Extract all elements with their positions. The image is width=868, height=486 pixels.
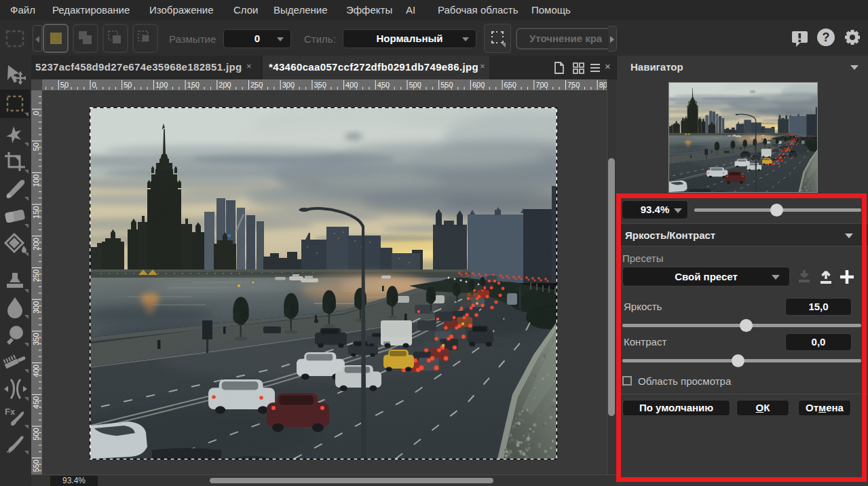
- svg-text:50: 50: [60, 81, 69, 89]
- svg-text:500: 500: [409, 81, 421, 89]
- svg-text:?: ?: [823, 31, 830, 44]
- svg-text:400: 400: [345, 81, 358, 89]
- svg-text:250: 250: [32, 269, 40, 282]
- svg-text:350: 350: [314, 81, 326, 89]
- svg-text:200: 200: [32, 238, 40, 250]
- svg-text:0: 0: [32, 111, 40, 115]
- svg-text:0: 0: [92, 81, 96, 89]
- svg-text:500: 500: [32, 428, 40, 441]
- svg-text:450: 450: [377, 81, 390, 89]
- svg-text:400: 400: [32, 364, 40, 377]
- svg-text:300: 300: [32, 301, 40, 314]
- svg-text:50: 50: [32, 143, 40, 151]
- svg-text:100: 100: [155, 81, 168, 89]
- svg-text:150: 150: [32, 206, 40, 219]
- svg-text:800: 800: [599, 81, 607, 89]
- svg-text:350: 350: [32, 333, 40, 345]
- svg-text:450: 450: [32, 396, 40, 409]
- svg-text:650: 650: [504, 81, 516, 89]
- svg-text:100: 100: [32, 174, 40, 187]
- svg-text:200: 200: [219, 81, 231, 89]
- svg-text:250: 250: [250, 81, 263, 89]
- svg-text:700: 700: [535, 81, 548, 89]
- svg-text:750: 750: [567, 81, 580, 89]
- svg-text:550: 550: [32, 460, 40, 472]
- svg-text:150: 150: [187, 81, 200, 89]
- svg-text:300: 300: [282, 81, 295, 89]
- svg-text:Fx: Fx: [5, 407, 16, 417]
- svg-text:600: 600: [472, 81, 485, 89]
- svg-text:550: 550: [440, 81, 453, 89]
- svg-text:50: 50: [124, 81, 132, 89]
